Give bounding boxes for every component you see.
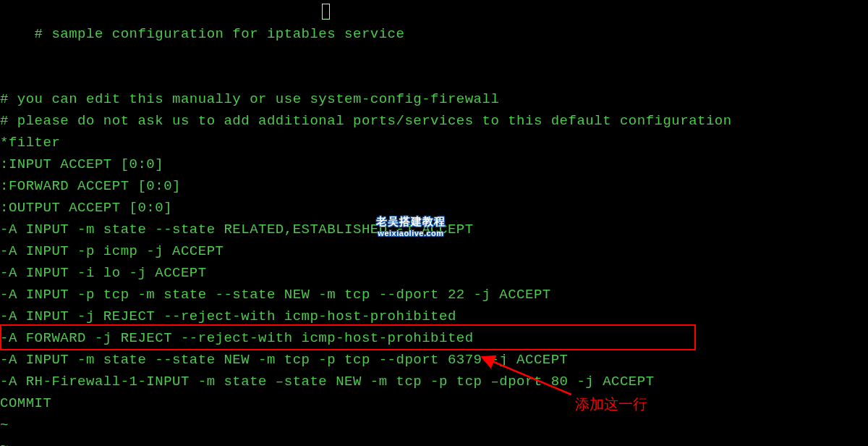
config-line-3: # please do not ask us to add additional… (0, 110, 868, 132)
config-line-1: # sample configuration for iptables serv… (0, 1, 868, 88)
config-line-4: *filter (0, 132, 868, 153)
config-line-11: -A INPUT -p tcp -m state --state NEW -m … (0, 284, 868, 306)
config-line-14: -A INPUT -m state --state NEW -m tcp -p … (0, 349, 868, 371)
config-line-9: -A INPUT -p icmp -j ACCEPT (0, 240, 868, 262)
line-text: # sample configuration for iptables serv… (35, 26, 405, 42)
config-line-6: :FORWARD ACCEPT [0:0] (0, 175, 868, 197)
config-line-15: -A RH-Firewall-1-INPUT -m state –state N… (0, 371, 868, 392)
config-line-5: :INPUT ACCEPT [0:0] (0, 153, 868, 175)
config-line-13: -A FORWARD -j REJECT --reject-with icmp-… (0, 327, 868, 349)
config-line-16: COMMIT (0, 392, 868, 414)
config-line-2: # you can edit this manually or use syst… (0, 88, 868, 110)
config-line-10: -A INPUT -i lo -j ACCEPT (0, 262, 868, 284)
config-line-12: -A INPUT -j REJECT --reject-with icmp-ho… (0, 306, 868, 327)
vim-tilde-1: ~ (0, 414, 868, 436)
config-line-8: -A INPUT -m state --state RELATED,ESTABL… (0, 219, 868, 240)
config-line-7: :OUTPUT ACCEPT [0:0] (0, 197, 868, 219)
cursor-icon (322, 4, 330, 20)
terminal-content[interactable]: # sample configuration for iptables serv… (0, 1, 868, 446)
vim-tilde-2: ~ (0, 436, 868, 446)
annotation-label: 添加这一行 (575, 395, 647, 414)
